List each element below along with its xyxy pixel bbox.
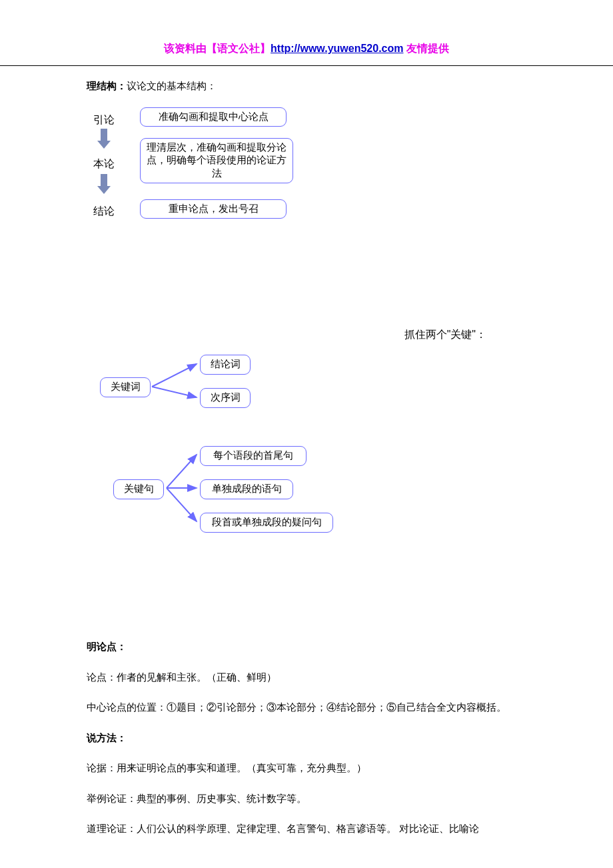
box-question-sentence: 段首或单独成段的疑问句 <box>200 513 333 533</box>
stage-intro: 引论 <box>93 111 115 129</box>
box-order-word: 次序词 <box>200 388 251 408</box>
banner-link[interactable]: http://www.yuwen520.com <box>271 43 403 54</box>
banner-prefix: 该资料由【语文公社】 <box>164 43 271 54</box>
para-thesis-def: 论点：作者的见解和主张。（正确、鲜明） <box>87 667 526 688</box>
box-intro-desc: 准确勾画和提取中心论点 <box>140 107 287 127</box>
page-content: 理结构：议论文的基本结构： 引论 本论 结论 准确勾画和提取中心论点 理清层次，… <box>0 78 613 868</box>
box-keyword: 关键词 <box>100 377 151 397</box>
header-divider <box>0 65 613 66</box>
para-reason-argument: 道理论证：人们公认的科学原理、定律定理、名言警句、格言谚语等。 对比论证、比喻论 <box>87 818 526 839</box>
heading-methods: 说方法： <box>87 727 526 749</box>
section1-title-rest: 议论文的基本结构： <box>127 80 217 91</box>
para-example-argument: 举例论证：典型的事例、历史事实、统计数字等。 <box>87 788 526 809</box>
box-standalone-sentence: 单独成段的语句 <box>200 479 293 499</box>
box-key-sentence: 关键句 <box>113 479 164 499</box>
svg-line-1 <box>152 387 197 397</box>
body-text-block: 明论点： 论点：作者的见解和主张。（正确、鲜明） 中心论点的位置：①题目；②引论… <box>87 636 526 839</box>
arrow-down-icon <box>99 129 109 149</box>
heading-thesis: 明论点： <box>87 636 526 657</box>
para-thesis-positions: 中心论点的位置：①题目；②引论部分；③本论部分；④结论部分；⑤自己结合全文内容概… <box>87 697 526 718</box>
section1-title: 理结构：议论文的基本结构： <box>87 78 526 94</box>
svg-line-2 <box>167 455 197 488</box>
para-evidence-def: 论据：用来证明论点的事实和道理。（真实可靠，充分典型。） <box>87 757 526 779</box>
stage-conclusion: 结论 <box>93 203 115 220</box>
arrow-down-icon <box>99 174 109 194</box>
attribution-banner: 该资料由【语文公社】http://www.yuwen520.com 友情提供 <box>0 0 613 65</box>
box-body-desc: 理清层次，准确勾画和提取分论点，明确每个语段使用的论证方法 <box>140 138 293 184</box>
structure-diagram: 引论 本论 结论 准确勾画和提取中心论点 理清层次，准确勾画和提取分论点，明确每… <box>87 106 526 259</box>
svg-line-0 <box>152 364 197 387</box>
banner-suffix: 友情提供 <box>403 43 448 54</box>
stage-body: 本论 <box>93 155 115 173</box>
box-first-last-sentence: 每个语段的首尾句 <box>200 446 306 466</box>
keys-diagram: 关键词 结论词 次序词 关键句 每个语段的首尾句 单独成段的语句 段首或单独成段… <box>87 349 526 563</box>
section2-caption: 抓住两个"关键"： <box>87 326 526 343</box>
svg-line-4 <box>167 488 197 521</box>
box-conclusion-word: 结论词 <box>200 355 251 375</box>
box-conclusion-desc: 重申论点，发出号召 <box>140 199 287 219</box>
section1-title-bold: 理结构： <box>87 80 127 91</box>
